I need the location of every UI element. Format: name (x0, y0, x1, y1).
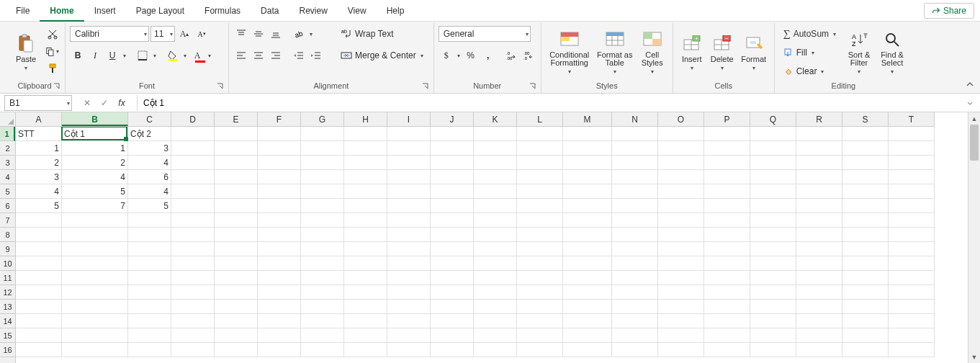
cell-Q11[interactable] (750, 271, 796, 285)
cell-T2[interactable] (889, 141, 935, 156)
cell-C10[interactable] (128, 256, 171, 271)
cell-G13[interactable] (301, 300, 344, 314)
cell-P2[interactable] (704, 141, 750, 156)
cell-J8[interactable] (431, 228, 474, 242)
cell-B9[interactable] (62, 242, 128, 256)
row-header-13[interactable]: 13 (0, 300, 15, 314)
enter-formula-button[interactable]: ✓ (98, 97, 111, 109)
cell-S4[interactable] (842, 170, 889, 184)
select-all-corner[interactable] (0, 112, 16, 127)
cell-K16[interactable] (474, 343, 517, 357)
cell-C8[interactable] (128, 228, 171, 242)
cell-G12[interactable] (301, 285, 344, 300)
cell-G11[interactable] (301, 271, 344, 285)
cell-P15[interactable] (704, 328, 750, 343)
cell-T12[interactable] (889, 285, 935, 300)
cell-E12[interactable] (215, 285, 258, 300)
font-color-dropdown[interactable] (207, 53, 212, 59)
expand-formula-bar-button[interactable] (964, 97, 976, 109)
cell-J12[interactable] (431, 285, 474, 300)
cell-R15[interactable] (796, 328, 842, 343)
cell-E10[interactable] (215, 256, 258, 271)
cell-L5[interactable] (517, 184, 563, 199)
cell-F12[interactable] (258, 285, 301, 300)
row-header-10[interactable]: 10 (0, 256, 15, 271)
cell-H2[interactable] (344, 141, 387, 156)
cell-C5[interactable]: 4 (128, 184, 171, 199)
cell-H11[interactable] (344, 271, 387, 285)
cell-P14[interactable] (704, 314, 750, 328)
cell-H3[interactable] (344, 156, 387, 170)
cell-M9[interactable] (563, 242, 612, 256)
cell-K6[interactable] (474, 199, 517, 213)
cell-K3[interactable] (474, 156, 517, 170)
tab-home[interactable]: Home (40, 0, 84, 22)
cell-F2[interactable] (258, 141, 301, 156)
cell-O4[interactable] (658, 170, 704, 184)
column-header-M[interactable]: M (563, 112, 612, 126)
fill-color-dropdown[interactable] (182, 53, 188, 59)
row-header-6[interactable]: 6 (0, 199, 15, 213)
borders-button[interactable] (135, 48, 150, 63)
column-header-A[interactable]: A (16, 112, 62, 126)
cell-H1[interactable] (344, 127, 387, 141)
cell-N1[interactable] (612, 127, 658, 141)
cell-D3[interactable] (171, 156, 215, 170)
cell-C2[interactable]: 3 (128, 141, 171, 156)
cell-F8[interactable] (258, 228, 301, 242)
tab-view[interactable]: View (338, 0, 377, 22)
cell-M7[interactable] (563, 213, 612, 228)
cell-F10[interactable] (258, 256, 301, 271)
cell-C6[interactable]: 5 (128, 199, 171, 213)
cell-J7[interactable] (431, 213, 474, 228)
cell-R11[interactable] (796, 271, 842, 285)
cell-K13[interactable] (474, 300, 517, 314)
row-header-7[interactable]: 7 (0, 213, 15, 228)
column-header-D[interactable]: D (171, 112, 215, 126)
cell-P12[interactable] (704, 285, 750, 300)
cell-Q3[interactable] (750, 156, 796, 170)
cell-P13[interactable] (704, 300, 750, 314)
cell-G15[interactable] (301, 328, 344, 343)
cell-T8[interactable] (889, 228, 935, 242)
cell-C14[interactable] (128, 314, 171, 328)
cell-L1[interactable] (517, 127, 563, 141)
row-header-9[interactable]: 9 (0, 242, 15, 256)
cell-A7[interactable] (16, 213, 62, 228)
row-header-2[interactable]: 2 (0, 141, 15, 156)
cell-L14[interactable] (517, 314, 563, 328)
formula-input[interactable] (137, 95, 964, 111)
row-header-11[interactable]: 11 (0, 271, 15, 285)
cell-T3[interactable] (889, 156, 935, 170)
cell-A16[interactable] (16, 343, 62, 357)
cell-J13[interactable] (431, 300, 474, 314)
cell-I15[interactable] (387, 328, 431, 343)
cell-F5[interactable] (258, 184, 301, 199)
cell-F11[interactable] (258, 271, 301, 285)
cell-E3[interactable] (215, 156, 258, 170)
cell-N8[interactable] (612, 228, 658, 242)
cell-styles-button[interactable]: Cell Styles (637, 26, 668, 78)
format-cells-button[interactable]: Format (738, 26, 770, 78)
cell-G8[interactable] (301, 228, 344, 242)
orientation-button[interactable]: ab (291, 26, 307, 42)
cells-area[interactable]: STTCột 1Cột 2113224346454575 (16, 127, 968, 357)
cell-N5[interactable] (612, 184, 658, 199)
cell-I10[interactable] (387, 256, 431, 271)
cell-B14[interactable] (62, 314, 128, 328)
cell-T11[interactable] (889, 271, 935, 285)
column-header-J[interactable]: J (431, 112, 474, 126)
row-header-12[interactable]: 12 (0, 285, 15, 300)
cell-D14[interactable] (171, 314, 215, 328)
cell-A14[interactable] (16, 314, 62, 328)
cell-Q15[interactable] (750, 328, 796, 343)
cell-B5[interactable]: 5 (62, 184, 128, 199)
cell-H6[interactable] (344, 199, 387, 213)
cell-R10[interactable] (796, 256, 842, 271)
cell-S15[interactable] (842, 328, 889, 343)
cell-T5[interactable] (889, 184, 935, 199)
cell-A6[interactable]: 5 (16, 199, 62, 213)
cell-L12[interactable] (517, 285, 563, 300)
cell-Q12[interactable] (750, 285, 796, 300)
cell-H7[interactable] (344, 213, 387, 228)
